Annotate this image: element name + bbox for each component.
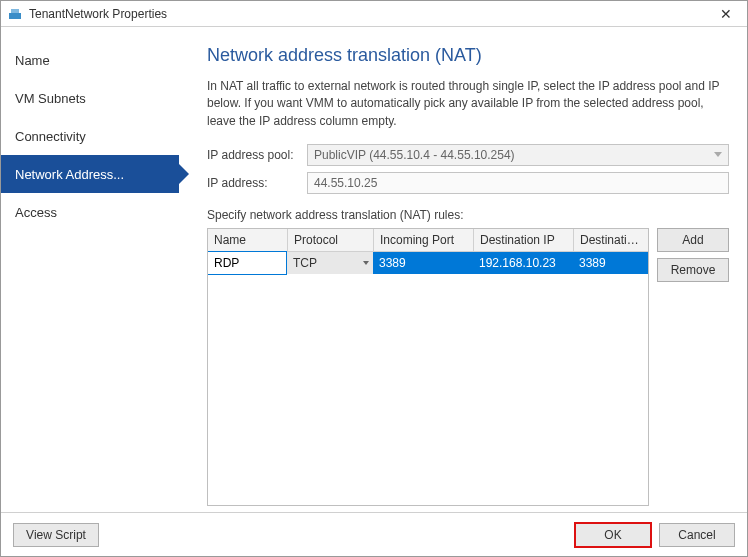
ok-button[interactable]: OK: [575, 523, 651, 547]
cell-protocol[interactable]: TCP: [287, 252, 373, 274]
grid-header: Name Protocol Incoming Port Destination …: [208, 229, 648, 252]
cell-incoming-port: 3389: [373, 252, 473, 274]
page-description: In NAT all traffic to external network i…: [207, 78, 729, 130]
table-row[interactable]: RDP TCP 3389 192.168.10.23 3389: [208, 252, 648, 274]
cell-destination-ip: 192.168.10.23: [473, 252, 573, 274]
cell-destination-port: 3389: [573, 252, 648, 274]
col-protocol[interactable]: Protocol: [288, 229, 374, 251]
col-name[interactable]: Name: [208, 229, 288, 251]
sidebar-item-label: Network Address...: [15, 167, 124, 182]
chevron-down-icon: [714, 152, 722, 157]
svg-rect-0: [9, 13, 21, 19]
ip-address-input[interactable]: 44.55.10.25: [307, 172, 729, 194]
col-destination-port[interactable]: Destination P...: [574, 229, 648, 251]
sidebar-item-access[interactable]: Access: [1, 193, 179, 231]
view-script-button[interactable]: View Script: [13, 523, 99, 547]
ip-pool-label: IP address pool:: [207, 148, 307, 162]
sidebar-item-vm-subnets[interactable]: VM Subnets: [1, 79, 179, 117]
close-icon[interactable]: ✕: [711, 6, 741, 22]
rules-label: Specify network address translation (NAT…: [207, 208, 729, 222]
window-title: TenantNetwork Properties: [29, 7, 711, 21]
sidebar-item-label: VM Subnets: [15, 91, 86, 106]
page-heading: Network address translation (NAT): [207, 45, 729, 66]
col-destination-ip[interactable]: Destination IP: [474, 229, 574, 251]
col-incoming-port[interactable]: Incoming Port: [374, 229, 474, 251]
sidebar-item-network-address[interactable]: Network Address...: [1, 155, 179, 193]
ip-pool-dropdown[interactable]: PublicVIP (44.55.10.4 - 44.55.10.254): [307, 144, 729, 166]
chevron-down-icon: [363, 261, 369, 265]
rules-grid[interactable]: Name Protocol Incoming Port Destination …: [207, 228, 649, 506]
sidebar-item-connectivity[interactable]: Connectivity: [1, 117, 179, 155]
sidebar-item-name[interactable]: Name: [1, 41, 179, 79]
ip-address-label: IP address:: [207, 176, 307, 190]
app-icon: [7, 6, 23, 22]
sidebar-item-label: Access: [15, 205, 57, 220]
titlebar: TenantNetwork Properties ✕: [1, 1, 747, 27]
ip-pool-value: PublicVIP (44.55.10.4 - 44.55.10.254): [314, 148, 515, 162]
cell-name[interactable]: RDP: [207, 251, 287, 275]
cancel-button[interactable]: Cancel: [659, 523, 735, 547]
add-button[interactable]: Add: [657, 228, 729, 252]
footer: View Script OK Cancel: [1, 512, 747, 556]
content-pane: Network address translation (NAT) In NAT…: [179, 27, 747, 512]
sidebar-item-label: Name: [15, 53, 50, 68]
ip-address-value: 44.55.10.25: [314, 176, 377, 190]
remove-button[interactable]: Remove: [657, 258, 729, 282]
sidebar-item-label: Connectivity: [15, 129, 86, 144]
svg-rect-1: [11, 9, 19, 13]
sidebar: Name VM Subnets Connectivity Network Add…: [1, 27, 179, 512]
